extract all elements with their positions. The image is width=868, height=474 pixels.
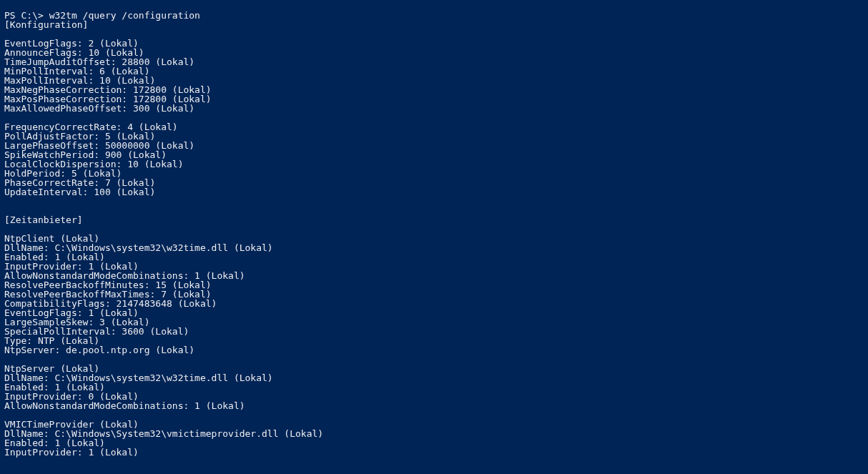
terminal-output[interactable]: [Konfiguration] EventLogFlags: 2 (Lokal)…: [4, 19, 323, 458]
prompt-line[interactable]: PS C:\> w32tm /query /configuration: [4, 11, 864, 20]
